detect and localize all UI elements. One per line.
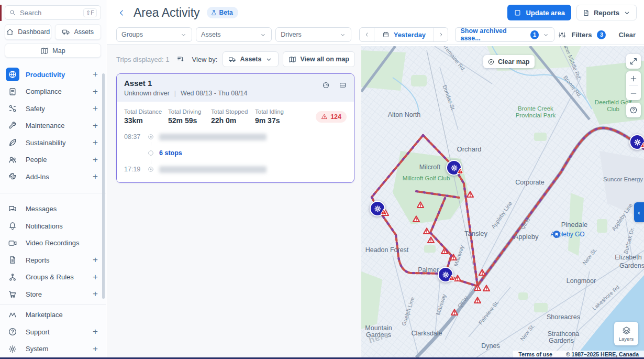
sidebar-item-groups-rules[interactable]: Groups & Rules+ <box>0 269 106 286</box>
map-button[interactable]: Map <box>5 43 101 58</box>
stat-total-idling: Total Idling9m 37s <box>255 108 298 125</box>
sidebar-item-notifications[interactable]: Notifications <box>0 217 106 235</box>
area-square-icon <box>514 9 521 17</box>
expand-plus-icon[interactable]: + <box>93 171 98 182</box>
sidebar-item-productivity[interactable]: Productivity+ <box>0 66 106 83</box>
date-picker[interactable]: Yesterday <box>374 28 434 41</box>
show-archived-select[interactable]: Show archived asse... 1 <box>455 27 554 42</box>
search-input[interactable]: Search ⇧F <box>5 5 101 20</box>
chevron-down-icon <box>542 31 549 38</box>
sidebar-item-messages[interactable]: Messages <box>0 201 106 218</box>
map[interactable]: Tremaine Rd.CreekUpper Middle Rd.Deerfie… <box>361 46 644 357</box>
expand-plus-icon[interactable]: + <box>93 327 98 337</box>
filter-bar: Groups Assets Drivers Yesterday Show arc… <box>107 25 644 44</box>
assets-select[interactable]: Assets <box>196 27 272 42</box>
sidebar-item-add-ins[interactable]: Add-Ins+ <box>0 168 106 186</box>
filters-button[interactable]: Filters <box>571 31 592 39</box>
copyright-text: © 1987–2025 HERE, Canada <box>566 351 639 357</box>
people-icon <box>6 153 19 167</box>
exceptions-badge[interactable]: 124 <box>316 111 347 123</box>
sidebar-item-marketplace[interactable]: Marketplace <box>0 307 106 324</box>
sort-icon[interactable] <box>176 55 185 63</box>
trip-end-icon <box>147 166 154 173</box>
layers-button[interactable]: Layers <box>614 322 638 345</box>
collapse-panel-toggle[interactable]: ‹ <box>634 202 644 222</box>
blurred-address <box>159 166 267 173</box>
asset-marker[interactable] <box>438 267 453 282</box>
page-title: Area Activity <box>134 6 200 20</box>
truck-icon <box>228 56 236 63</box>
left-edge-accent <box>0 5 2 21</box>
trip-card[interactable]: Asset 1 Unknown driver | Wed 08/13 - Thu… <box>116 73 354 183</box>
expand-plus-icon[interactable]: + <box>93 272 98 282</box>
date-navigator: Yesterday <box>359 27 448 42</box>
sidebar-item-reports[interactable]: Reports+ <box>0 252 106 269</box>
page-header: Area Activity Beta Update area Reports <box>107 0 644 25</box>
chevron-down-icon <box>623 9 631 17</box>
expand-plus-icon[interactable]: + <box>93 255 98 265</box>
next-day-button[interactable] <box>434 28 448 41</box>
map-canvas <box>361 46 644 357</box>
clear-filters-button[interactable]: Clear <box>618 31 636 39</box>
expand-plus-icon[interactable]: + <box>93 121 98 131</box>
assets-label: Assets <box>74 28 94 36</box>
clear-map-button[interactable]: Clear map <box>483 55 535 68</box>
fullscreen-button[interactable] <box>626 54 641 69</box>
sidebar-item-compliance[interactable]: Compliance+ <box>0 83 106 101</box>
split-view-icon[interactable] <box>339 81 347 89</box>
zoom-out-button[interactable] <box>626 86 641 100</box>
map-attribution: Terms of use © 1987–2025 HERE, Canada <box>513 351 644 357</box>
stat-total-distance: Total Distance33km <box>124 108 168 125</box>
sidebar-item-people[interactable]: People+ <box>0 151 106 169</box>
hierarchy-icon <box>6 270 19 284</box>
expand-plus-icon[interactable]: + <box>93 289 98 299</box>
trip-end-time: 17:19 <box>124 166 142 173</box>
sidebar-scrollbar[interactable] <box>102 73 105 299</box>
sidebar-item-store[interactable]: Store+ <box>0 286 106 303</box>
expand-plus-icon[interactable]: + <box>93 155 98 165</box>
previous-day-button[interactable] <box>360 28 373 41</box>
sidebar-divider <box>0 304 106 305</box>
asset-marker[interactable] <box>446 160 462 176</box>
assets-button[interactable]: Assets <box>55 24 102 40</box>
update-area-button[interactable]: Update area <box>507 5 571 20</box>
reports-button[interactable]: Reports <box>576 5 637 20</box>
stat-total-driving: Total Driving52m 59s <box>168 108 211 125</box>
gauge-icon[interactable] <box>322 81 330 89</box>
beta-badge: Beta <box>207 7 238 18</box>
sidebar-item-support[interactable]: Support+ <box>0 323 106 341</box>
expand-plus-icon[interactable]: + <box>93 86 98 97</box>
drivers-select[interactable]: Drivers <box>275 27 351 42</box>
document-icon <box>6 253 19 267</box>
terms-of-use-link[interactable]: Terms of use <box>518 351 552 357</box>
asset-marker[interactable] <box>370 201 385 216</box>
stops-icon <box>147 149 154 157</box>
sidebar-item-sustainability[interactable]: Sustainability+ <box>0 134 106 151</box>
document-icon <box>582 9 590 17</box>
view-all-on-map-button[interactable]: View all on map <box>283 51 355 67</box>
filters-icon[interactable] <box>558 31 566 39</box>
sidebar-item-video-recordings[interactable]: Video Recordings <box>0 235 106 252</box>
trip-card-header: Asset 1 Unknown driver | Wed 08/13 - Thu… <box>117 74 354 102</box>
sidebar-item-system[interactable]: System+ <box>0 341 106 358</box>
groups-select[interactable]: Groups <box>116 27 192 42</box>
sidebar-item-maintenance[interactable]: Maintenance+ <box>0 117 106 135</box>
expand-plus-icon[interactable]: + <box>93 137 98 148</box>
back-button[interactable] <box>117 8 126 17</box>
view-by-select[interactable]: Assets <box>223 51 279 67</box>
dashboard-button[interactable]: Dashboard <box>5 24 51 40</box>
map-help-button[interactable] <box>626 103 641 117</box>
sidebar-item-safety[interactable]: Safety+ <box>0 100 106 117</box>
zoom-in-button[interactable] <box>626 71 641 85</box>
help-icon <box>6 325 19 339</box>
expand-plus-icon[interactable]: + <box>93 69 98 80</box>
expand-plus-icon[interactable]: + <box>93 344 98 354</box>
zoom-controls <box>626 71 641 100</box>
asset-marker[interactable] <box>629 134 644 150</box>
help-icon <box>629 106 638 114</box>
sidebar-divider <box>0 193 106 193</box>
map-label: Map <box>52 47 65 55</box>
expand-plus-icon[interactable]: + <box>93 103 98 114</box>
chat-icon <box>6 202 19 216</box>
stops-link[interactable]: 6 stops <box>159 149 182 157</box>
